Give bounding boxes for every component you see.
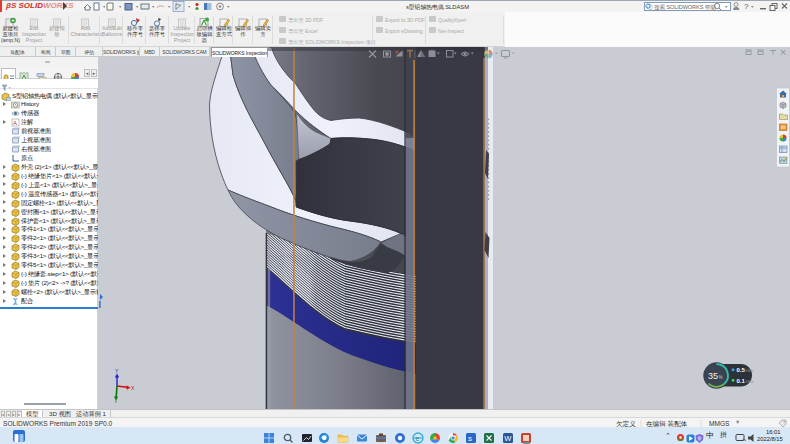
svg-text:?: ?	[744, 2, 749, 11]
svg-text:e: e	[415, 434, 419, 441]
svg-text:s: s	[468, 434, 472, 443]
svg-text:X: X	[131, 385, 135, 391]
svg-text:A: A	[13, 120, 17, 126]
svg-text:KB/s: KB/s	[746, 380, 754, 384]
svg-text:W: W	[504, 434, 512, 443]
svg-text:35: 35	[708, 371, 718, 381]
svg-text:0.1: 0.1	[737, 378, 746, 384]
svg-text:KB/s: KB/s	[746, 369, 754, 373]
svg-text:Y: Y	[115, 368, 119, 374]
svg-text:0.5: 0.5	[737, 367, 746, 373]
svg-text:%: %	[719, 375, 723, 380]
